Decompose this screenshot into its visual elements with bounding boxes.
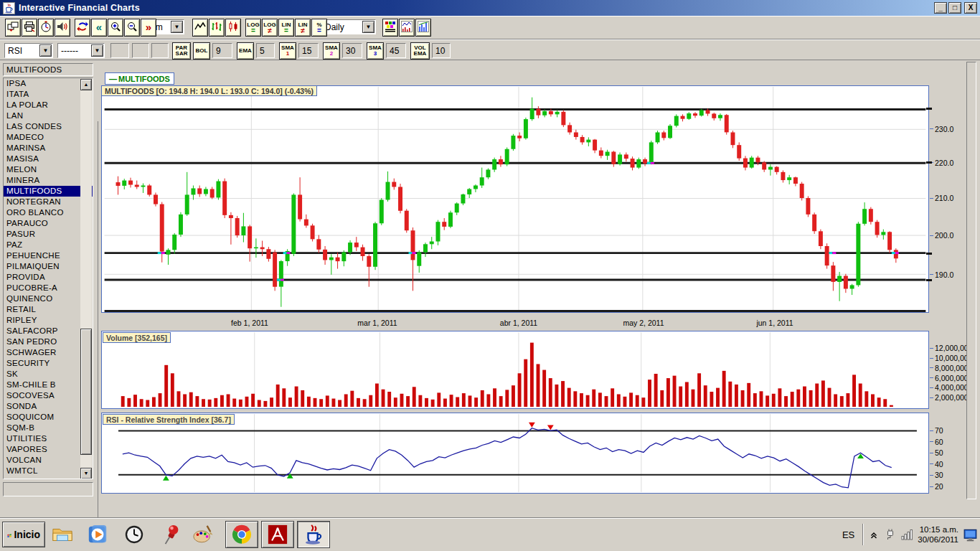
indicator-select-2[interactable]: ------ ▼ bbox=[57, 43, 105, 58]
symbol-list-item[interactable]: NORTEGRAN bbox=[4, 197, 93, 207]
refresh-button[interactable] bbox=[75, 19, 90, 37]
chevron-down-icon[interactable]: ▼ bbox=[362, 21, 374, 33]
symbol-list-item[interactable]: VOLCAN bbox=[4, 455, 93, 466]
power-plug-icon[interactable] bbox=[885, 529, 896, 540]
chrome-task-button[interactable] bbox=[225, 521, 258, 548]
symbol-list[interactable]: IPSAITATALA POLARLANLAS CONDESMADECOMARI… bbox=[3, 77, 93, 479]
symbol-list-item[interactable]: MULTIFOODS bbox=[4, 186, 93, 197]
symbol-list-item[interactable]: RETAIL bbox=[4, 304, 93, 315]
show-desktop-icon[interactable] bbox=[963, 528, 977, 542]
candlestick-chart-button[interactable] bbox=[225, 19, 241, 37]
bollinger-button[interactable]: BOL bbox=[193, 42, 210, 60]
symbol-list-item[interactable]: MINERA bbox=[4, 175, 93, 186]
start-button[interactable]: Inicio bbox=[2, 522, 45, 547]
symbol-list-item[interactable]: PARAUCO bbox=[4, 218, 93, 229]
symbol-list-item[interactable]: ITATA bbox=[4, 89, 93, 100]
symbol-list-item[interactable]: PUCOBRE-A bbox=[4, 283, 93, 293]
symbol-list-item[interactable]: LA POLAR bbox=[4, 100, 93, 110]
file-explorer-icon[interactable] bbox=[50, 522, 75, 547]
symbol-list-item[interactable]: PILMAIQUEN bbox=[4, 261, 93, 272]
symbol-list-item[interactable]: ORO BLANCO bbox=[4, 207, 93, 218]
chart-stats-button[interactable] bbox=[415, 19, 431, 37]
pushpin-icon[interactable] bbox=[159, 522, 184, 547]
bollinger-period-field[interactable]: 9 bbox=[212, 43, 232, 58]
symbol-list-scrollbar[interactable]: ▲ ▼ bbox=[80, 79, 92, 479]
indicator-select-1[interactable]: RSI ▼ bbox=[4, 43, 53, 58]
period-select[interactable]: Daily ▼ bbox=[321, 19, 376, 34]
symbol-list-item[interactable]: UTILITIES bbox=[4, 433, 93, 444]
param-field-2[interactable] bbox=[132, 43, 149, 58]
maximize-button[interactable]: □ bbox=[948, 2, 961, 14]
zoom-in-button[interactable] bbox=[108, 19, 123, 37]
scroll-up-icon[interactable]: ▲ bbox=[80, 79, 92, 90]
timer-button[interactable] bbox=[38, 19, 54, 37]
parabolic-sar-button[interactable]: PAR SAR bbox=[172, 42, 191, 60]
symbol-list-item[interactable]: PAZ bbox=[4, 240, 93, 250]
symbol-list-item[interactable]: SECURITY bbox=[4, 358, 93, 369]
print-button[interactable] bbox=[22, 19, 37, 37]
symbol-list-item[interactable]: MASISA bbox=[4, 154, 93, 164]
scroll-down-icon[interactable]: ▼ bbox=[80, 468, 92, 479]
media-player-icon[interactable] bbox=[85, 522, 110, 547]
language-indicator[interactable]: ES bbox=[842, 529, 857, 540]
network-signal-icon[interactable] bbox=[901, 529, 913, 540]
minimize-button[interactable]: _ bbox=[934, 2, 947, 14]
symbol-list-item[interactable]: MADECO bbox=[4, 132, 93, 143]
sma1-button[interactable]: SMA1 bbox=[279, 42, 296, 60]
symbol-list-item[interactable]: RIPLEY bbox=[4, 315, 93, 326]
symbol-list-item[interactable]: MARINSA bbox=[4, 143, 93, 154]
%-eq-scale-button[interactable]: %= bbox=[311, 19, 327, 37]
lin-neq-scale-button[interactable]: LIN≠ bbox=[295, 19, 311, 37]
forward-button[interactable]: » bbox=[141, 19, 156, 37]
symbol-list-item[interactable]: WMTCL bbox=[4, 466, 93, 476]
java-app-task-button[interactable] bbox=[297, 521, 330, 548]
close-button[interactable]: X bbox=[964, 2, 977, 14]
symbol-list-item[interactable]: VAPORES bbox=[4, 444, 93, 455]
lin-eq-scale-button[interactable]: LIN= bbox=[278, 19, 294, 37]
symbol-list-item[interactable]: PROVIDA bbox=[4, 272, 93, 283]
chart-volume-button[interactable] bbox=[399, 19, 415, 37]
volume-chart[interactable] bbox=[101, 331, 929, 409]
log-neq-scale-button[interactable]: LOG≠ bbox=[262, 19, 278, 37]
chevron-down-icon[interactable]: ▼ bbox=[171, 21, 183, 33]
symbol-list-item[interactable]: SAN PEDRO bbox=[4, 336, 93, 347]
symbol-list-item[interactable]: PASUR bbox=[4, 229, 93, 240]
symbol-list-item[interactable]: QUINENCO bbox=[4, 293, 93, 304]
clock-app-icon[interactable] bbox=[122, 522, 146, 547]
volume-ema-period-field[interactable]: 10 bbox=[432, 43, 451, 58]
sma2-period-field[interactable]: 30 bbox=[342, 43, 362, 58]
symbol-list-item[interactable]: SALFACORP bbox=[4, 326, 93, 336]
new-window-button[interactable] bbox=[5, 19, 21, 37]
symbol-list-item[interactable]: SK bbox=[4, 369, 93, 380]
sma1-period-field[interactable]: 15 bbox=[298, 43, 319, 58]
log-eq-scale-button[interactable]: LOG= bbox=[245, 19, 261, 37]
symbol-list-item[interactable]: LAN bbox=[4, 110, 93, 121]
symbol-list-item[interactable]: SONDA bbox=[4, 401, 93, 412]
line-chart-button[interactable] bbox=[192, 19, 208, 37]
tray-expand-icon[interactable] bbox=[868, 529, 880, 540]
param-field-3[interactable] bbox=[151, 43, 169, 58]
layout-button[interactable] bbox=[382, 19, 398, 37]
paint-palette-icon[interactable] bbox=[191, 522, 215, 547]
chart-vertical-scrollbar[interactable] bbox=[966, 62, 976, 499]
ema-button[interactable]: EMA bbox=[237, 42, 254, 60]
ohlc-chart-button[interactable] bbox=[209, 19, 225, 37]
sound-button[interactable] bbox=[55, 19, 70, 37]
zoom-out-button[interactable] bbox=[124, 19, 140, 37]
rewind-button[interactable]: « bbox=[91, 19, 107, 37]
symbol-list-item[interactable]: SCHWAGER bbox=[4, 347, 93, 358]
sma3-button[interactable]: SMA3 bbox=[367, 42, 384, 60]
symbol-list-item[interactable]: SOQUICOM bbox=[4, 412, 93, 423]
chevron-down-icon[interactable]: ▼ bbox=[91, 44, 103, 57]
volume-ema-button[interactable]: VOL EMA bbox=[410, 42, 430, 60]
sma3-period-field[interactable]: 45 bbox=[386, 43, 406, 58]
symbol-list-item[interactable]: MELON bbox=[4, 164, 93, 175]
symbol-list-item[interactable]: IPSA bbox=[4, 78, 93, 89]
symbol-list-item[interactable]: SM-CHILE B bbox=[4, 380, 93, 390]
chevron-down-icon[interactable]: ▼ bbox=[39, 44, 52, 57]
symbol-list-item[interactable]: PEHUENCHE bbox=[4, 250, 93, 261]
scrollbar-thumb[interactable] bbox=[80, 329, 92, 455]
tray-clock[interactable]: 10:15 a.m. 30/06/2011 bbox=[918, 524, 958, 545]
sma2-button[interactable]: SMA2 bbox=[323, 42, 340, 60]
symbol-list-item[interactable]: SQM-B bbox=[4, 423, 93, 433]
